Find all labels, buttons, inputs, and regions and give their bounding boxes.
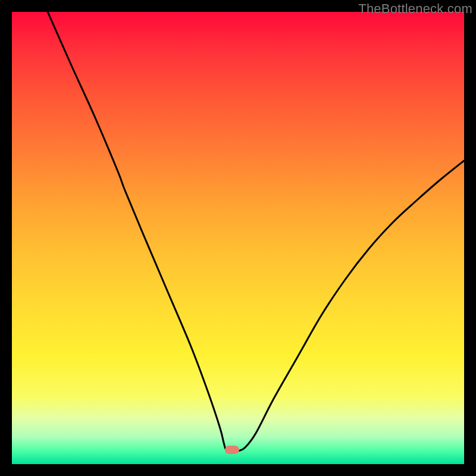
plot-frame	[12, 12, 464, 464]
bottleneck-curve	[12, 12, 464, 464]
watermark-text: TheBottleneck.com	[358, 1, 472, 17]
optimum-marker	[225, 446, 239, 454]
